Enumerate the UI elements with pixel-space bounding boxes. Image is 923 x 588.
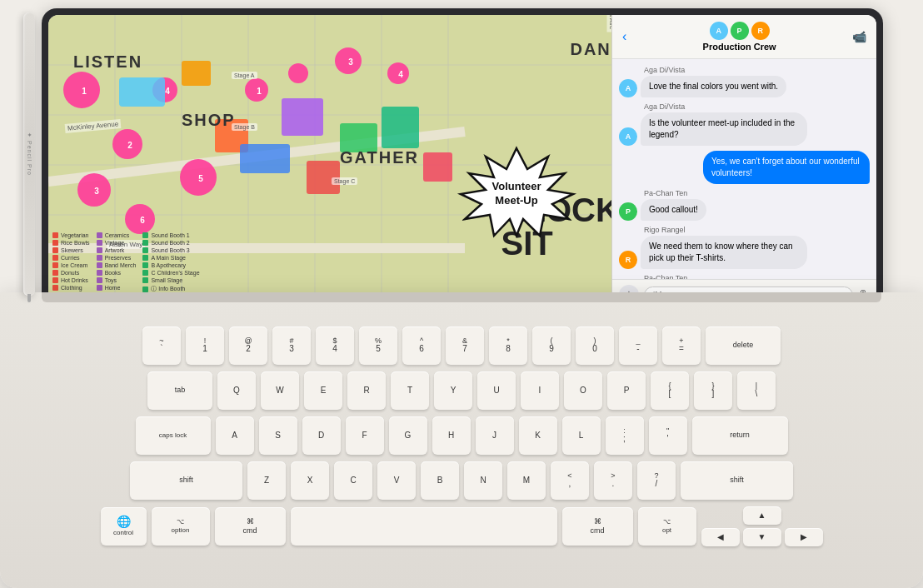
imessage-header: ‹ A P R Production Crew 📹	[612, 15, 876, 59]
key-minus[interactable]: _-	[619, 326, 657, 365]
key-2[interactable]: @2	[229, 326, 267, 365]
key-7[interactable]: &7	[446, 326, 484, 365]
key-e[interactable]: E	[304, 371, 342, 410]
group-name: Production Crew	[703, 42, 776, 52]
apple-pencil-pro: ✦ Pencil Pro	[23, 12, 35, 296]
message-row: Aga Di/Vista A Love the final colors you…	[619, 66, 786, 97]
key-b[interactable]: B	[421, 461, 459, 500]
message-with-avatar: P Good callout!	[619, 199, 706, 221]
map-label-gather: GATHER	[340, 148, 419, 167]
key-shift-left[interactable]: shift	[130, 461, 242, 500]
key-u[interactable]: U	[477, 371, 516, 410]
key-5[interactable]: %5	[359, 326, 397, 365]
key-arrow-down[interactable]: ▼	[743, 528, 781, 546]
key-slash[interactable]: ?/	[637, 461, 676, 500]
legend-ice-cream: Ice Cream	[52, 262, 90, 268]
key-a[interactable]: A	[216, 416, 254, 455]
key-arrow-left[interactable]: ◀	[701, 528, 740, 546]
key-0[interactable]: )0	[576, 326, 614, 365]
key-r[interactable]: R	[347, 371, 386, 410]
key-period[interactable]: >.	[594, 461, 632, 500]
key-space[interactable]	[291, 507, 557, 546]
key-i[interactable]: I	[521, 371, 559, 410]
key-s[interactable]: S	[259, 416, 297, 455]
svg-rect-29	[382, 107, 419, 148]
key-q[interactable]: Q	[217, 371, 256, 410]
key-p[interactable]: P	[607, 371, 646, 410]
avatar-2: P	[731, 22, 749, 40]
legend-area: Vegetarian Rice Bowls Skewers Curries Ic…	[52, 232, 261, 301]
key-bracket-open[interactable]: {[	[651, 371, 689, 410]
svg-rect-24	[282, 98, 323, 136]
key-8[interactable]: *8	[489, 326, 527, 365]
svg-text:1: 1	[257, 87, 262, 96]
back-button[interactable]: ‹	[622, 29, 626, 44]
legend-preserves: Preserves	[97, 255, 137, 261]
key-backtick[interactable]: ~`	[142, 326, 181, 365]
key-tab[interactable]: tab	[147, 371, 212, 410]
key-6[interactable]: ^6	[402, 326, 441, 365]
keyboard-rows: ~` !1 @2 #3 $4 %5 ^6 &7 *8 (9 )0 _- += d…	[53, 326, 870, 546]
svg-text:Meet-Up: Meet-Up	[495, 194, 537, 207]
svg-text:5: 5	[198, 174, 203, 183]
legend-apothecary: B Apothecary	[142, 262, 199, 268]
key-backslash[interactable]: |\	[737, 371, 776, 410]
key-d[interactable]: D	[302, 416, 341, 455]
key-j[interactable]: J	[476, 416, 514, 455]
key-option-right[interactable]: ⌥ opt	[638, 507, 696, 546]
number-row: ~` !1 @2 #3 $4 %5 ^6 &7 *8 (9 )0 _- += d…	[53, 326, 870, 365]
key-f[interactable]: F	[346, 416, 384, 455]
message-sender: Rigo Rangel	[619, 226, 686, 234]
pencil-tip	[27, 294, 31, 302]
ipad-screen: 1 2 3 4 5 6 1 3 4 LISTEN SHOP GATHER McK…	[48, 15, 876, 310]
messages-list[interactable]: Aga Di/Vista A Love the final colors you…	[612, 59, 876, 279]
stage-a-label: Stage A	[232, 72, 257, 79]
key-n[interactable]: N	[464, 461, 502, 500]
key-command-left[interactable]: ⌘ cmd	[215, 507, 286, 546]
key-arrow-up[interactable]: ▲	[743, 506, 781, 525]
key-option-left[interactable]: ⌥ option	[152, 507, 210, 546]
key-h[interactable]: H	[432, 416, 471, 455]
key-caps-lock[interactable]: caps lock	[136, 416, 211, 455]
ipad-body: 1 2 3 4 5 6 1 3 4 LISTEN SHOP GATHER McK…	[42, 8, 883, 316]
key-3[interactable]: #3	[272, 326, 311, 365]
key-4[interactable]: $4	[316, 326, 354, 365]
message-bubble-received: Is the volunteer meet-up included in the…	[641, 112, 807, 146]
key-k[interactable]: K	[519, 416, 557, 455]
key-command-right[interactable]: ⌘ cmd	[562, 507, 633, 546]
bottom-row: 🌐 control ⌥ option ⌘ cmd ⌘ cmd ⌥	[53, 506, 870, 546]
key-o[interactable]: O	[564, 371, 602, 410]
key-shift-right[interactable]: shift	[681, 461, 793, 500]
group-info: A P R Production Crew	[633, 22, 846, 52]
svg-text:4: 4	[165, 87, 170, 96]
key-quote[interactable]: "'	[649, 416, 687, 455]
key-semicolon[interactable]: :;	[606, 416, 644, 455]
key-x[interactable]: X	[291, 461, 329, 500]
key-comma[interactable]: <,	[551, 461, 589, 500]
key-z[interactable]: Z	[247, 461, 286, 500]
video-button[interactable]: 📹	[852, 30, 866, 43]
key-m[interactable]: M	[507, 461, 546, 500]
key-globe[interactable]: 🌐 control	[101, 507, 147, 546]
svg-text:Volunteer: Volunteer	[492, 180, 541, 192]
key-c[interactable]: C	[334, 461, 372, 500]
legend-books: Books	[97, 270, 137, 276]
key-y[interactable]: Y	[434, 371, 472, 410]
key-w[interactable]: W	[261, 371, 299, 410]
svg-text:3: 3	[348, 57, 353, 67]
svg-rect-27	[240, 144, 290, 173]
key-v[interactable]: V	[377, 461, 416, 500]
message-with-avatar: A Is the volunteer meet-up included in t…	[619, 112, 807, 146]
key-1[interactable]: !1	[186, 326, 224, 365]
key-delete[interactable]: delete	[706, 326, 781, 365]
svg-text:6: 6	[140, 216, 145, 225]
key-t[interactable]: T	[391, 371, 429, 410]
key-return[interactable]: return	[692, 416, 788, 455]
msg-avatar: A	[619, 79, 637, 97]
key-arrow-right[interactable]: ▶	[785, 528, 823, 546]
key-equals[interactable]: +=	[662, 326, 701, 365]
key-bracket-close[interactable]: }]	[694, 371, 732, 410]
key-l[interactable]: L	[562, 416, 601, 455]
key-9[interactable]: (9	[532, 326, 571, 365]
key-g[interactable]: G	[389, 416, 427, 455]
